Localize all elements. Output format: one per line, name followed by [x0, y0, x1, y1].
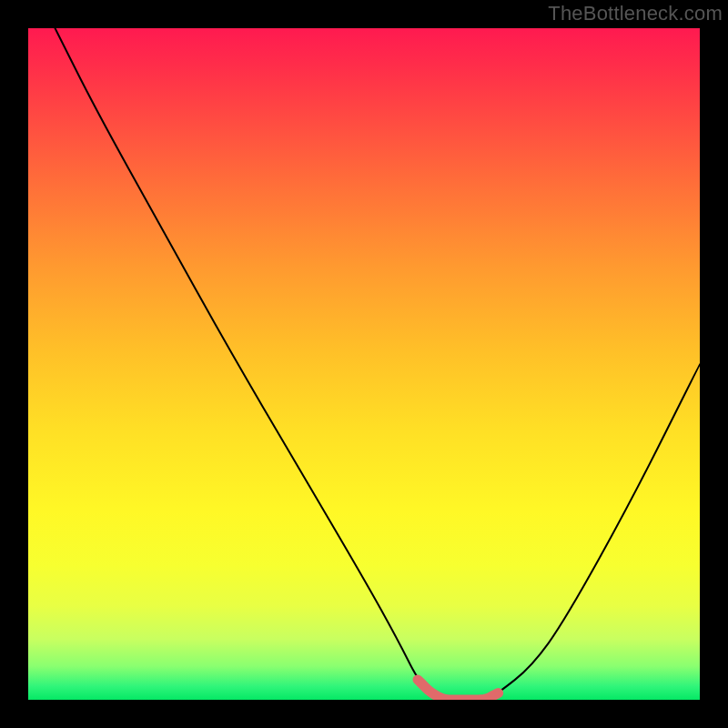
optimal-range-highlight: [418, 680, 499, 700]
watermark-label: TheBottleneck.com: [548, 2, 723, 25]
bottleneck-curve-line: [56, 28, 701, 700]
bottleneck-chart: [28, 28, 700, 700]
